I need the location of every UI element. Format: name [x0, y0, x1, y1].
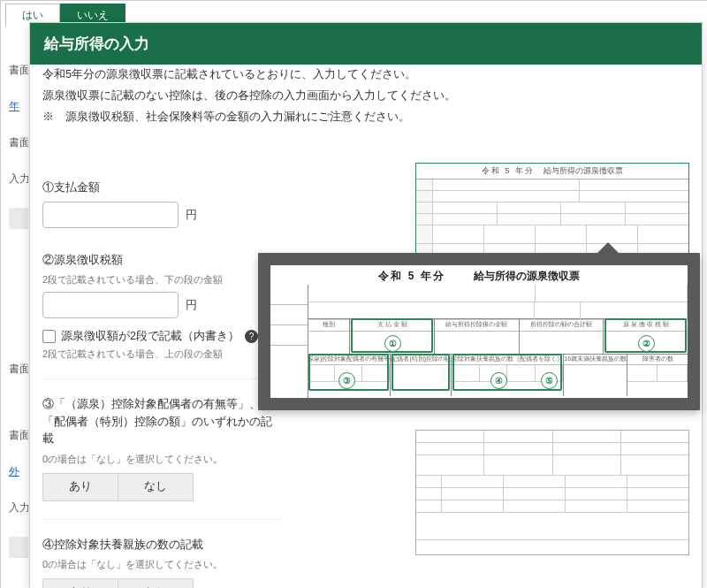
button-dependents-yes[interactable]: あり: [42, 578, 118, 588]
figure-withholding-slip: 令和 5 年分給与所得の源泉徴収票 令和 5 年分 給与所得の源泉徴収票: [293, 147, 702, 588]
input-payment-amount[interactable]: [42, 202, 179, 228]
bg-link[interactable]: 年: [9, 100, 19, 112]
button-dependents-no[interactable]: なし: [118, 578, 194, 588]
marker-2: ②: [638, 335, 655, 352]
modal-salary-income: 給与所得の入力 令和5年分の源泉徴収票に記載されているとおりに、入力してください…: [29, 22, 703, 588]
subtext-select-none: 0の場合は「なし」を選択してください。: [42, 558, 281, 571]
subtext-two-lines-lower: 2段で記載されている場合、下の段の金額: [42, 273, 281, 286]
slip-thumbnail-lower: [415, 430, 689, 555]
unit-yen: 円: [186, 297, 197, 313]
label-spouse-deduction: ③「（源泉）控除対象配偶者の有無等」、「配偶者（特別）控除の額」のいずれかの記載: [42, 395, 281, 447]
slip-thumbnail: 令和 5 年分給与所得の源泉徴収票: [415, 163, 689, 262]
marker-3: ③: [338, 372, 355, 389]
input-withholding-tax[interactable]: [42, 292, 179, 318]
checkbox-label: 源泉徴収額が2段で記載（内書き）: [61, 329, 239, 344]
label-dependents: ④控除対象扶養親族の数の記載: [42, 536, 281, 554]
checkbox-two-lines[interactable]: [42, 330, 56, 343]
button-spouse-no[interactable]: なし: [118, 473, 194, 501]
button-spouse-yes[interactable]: あり: [42, 473, 118, 501]
label-payment-amount: ①支払金額: [42, 179, 281, 196]
marker-5: ⑤: [541, 372, 558, 389]
intro-text: 令和5年分の源泉徴収票に記載されているとおりに、入力してください。 源泉徴収票に…: [42, 65, 689, 127]
subtext-two-lines-upper: 2段で記載されている場合、上の段の金額: [42, 347, 281, 361]
marker-1: ①: [384, 335, 401, 352]
bg-text: 書面: [9, 362, 28, 377]
slip-zoom: 令和 5 年分 給与所得の源泉徴収票 種別 支 払 金 額: [258, 253, 700, 410]
bg-link[interactable]: 外: [9, 465, 19, 477]
bg-text: 入力: [9, 172, 28, 187]
marker-4: ④: [490, 372, 507, 389]
modal-title: 給与所得の入力: [30, 23, 702, 65]
bg-text: 書面: [9, 135, 28, 150]
bg-text: 入力: [9, 500, 28, 515]
help-icon[interactable]: ?: [245, 330, 258, 343]
subtext-select-none: 0の場合は「なし」を選択してください。: [42, 453, 281, 466]
unit-yen: 円: [186, 207, 197, 223]
bg-text: 書面: [9, 428, 28, 443]
label-withholding-tax: ②源泉徴収税額: [42, 251, 281, 269]
bg-text: 書面: [9, 63, 28, 78]
